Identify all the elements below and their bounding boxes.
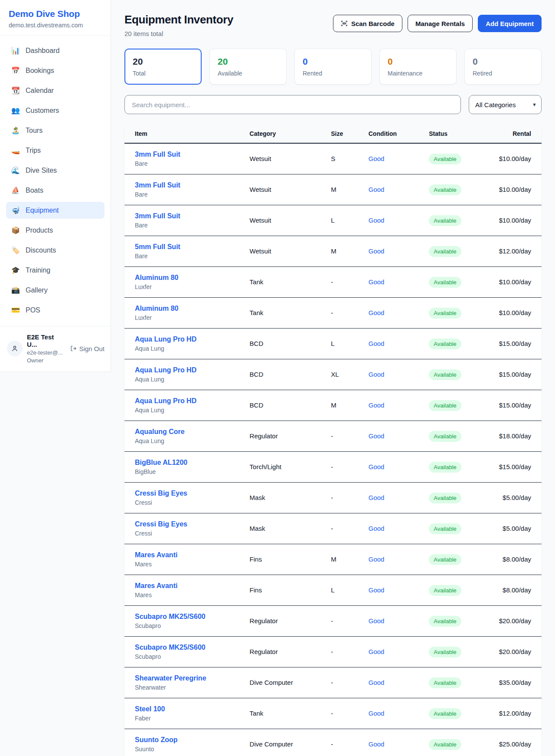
- sidebar-item[interactable]: 📦 Products: [6, 222, 104, 239]
- stat-card[interactable]: 20 Available: [209, 49, 287, 85]
- item-name-link[interactable]: Cressi Big Eyes: [135, 490, 250, 497]
- item-name-link[interactable]: Shearwater Peregrine: [135, 674, 250, 682]
- condition-link[interactable]: Good: [369, 371, 385, 378]
- item-brand: Cressi: [135, 499, 250, 506]
- manage-rentals-button[interactable]: Manage Rentals: [408, 15, 473, 32]
- condition-link[interactable]: Good: [369, 586, 385, 594]
- item-name-link[interactable]: Aqua Lung Pro HD: [135, 366, 250, 374]
- sidebar-item[interactable]: 🌊 Dive Sites: [6, 162, 104, 179]
- condition-link[interactable]: Good: [369, 494, 385, 501]
- size-cell: L: [331, 575, 369, 606]
- sidebar-item[interactable]: 👥 Customers: [6, 102, 104, 119]
- rental-cell: $10.00/day: [492, 267, 542, 298]
- condition-link[interactable]: Good: [369, 278, 385, 286]
- item-name-link[interactable]: Aqua Lung Pro HD: [135, 397, 250, 405]
- condition-link[interactable]: Good: [369, 309, 385, 316]
- item-name-link[interactable]: BigBlue AL1200: [135, 459, 250, 467]
- condition-link[interactable]: Good: [369, 247, 385, 255]
- rental-price: $15.00/day: [499, 340, 531, 347]
- condition-link[interactable]: Good: [369, 463, 385, 470]
- condition-link[interactable]: Good: [369, 217, 385, 224]
- header-actions: Scan Barcode Manage Rentals Add Equipmen…: [333, 15, 542, 32]
- condition-cell: Good: [369, 143, 429, 174]
- size-value: L: [331, 586, 334, 594]
- scan-barcode-button[interactable]: Scan Barcode: [333, 15, 402, 32]
- condition-link[interactable]: Good: [369, 617, 385, 625]
- item-name-link[interactable]: 3mm Full Suit: [135, 151, 250, 158]
- sign-out-button[interactable]: Sign Out: [70, 345, 104, 352]
- item-name-link[interactable]: Scubapro MK25/S600: [135, 644, 250, 651]
- item-name-link[interactable]: Mares Avanti: [135, 582, 250, 590]
- sidebar-item[interactable]: 💳 POS: [6, 302, 104, 319]
- condition-link[interactable]: Good: [369, 525, 385, 532]
- condition-link[interactable]: Good: [369, 710, 385, 717]
- rental-price: $10.00/day: [499, 217, 531, 224]
- rental-price: $15.00/day: [499, 463, 531, 470]
- category-cell: BCD: [250, 329, 331, 359]
- sidebar-item[interactable]: 📊 Dashboard: [6, 42, 104, 59]
- add-equipment-button[interactable]: Add Equipment: [478, 15, 542, 32]
- sidebar-item[interactable]: ⛵ Boats: [6, 182, 104, 199]
- category-value: BCD: [250, 371, 264, 378]
- stat-card[interactable]: 0 Maintenance: [379, 49, 457, 85]
- sidebar-item[interactable]: 📆 Calendar: [6, 82, 104, 99]
- condition-link[interactable]: Good: [369, 155, 385, 162]
- condition-cell: Good: [369, 698, 429, 729]
- condition-link[interactable]: Good: [369, 340, 385, 347]
- item-name-link[interactable]: Mares Avanti: [135, 551, 250, 559]
- item-name-link[interactable]: Cressi Big Eyes: [135, 520, 250, 528]
- sidebar-item[interactable]: 🏷️ Discounts: [6, 242, 104, 259]
- item-name-link[interactable]: 5mm Full Suit: [135, 243, 250, 251]
- size-value: -: [331, 710, 333, 717]
- item-brand: Bare: [135, 191, 250, 198]
- sidebar-item[interactable]: 📸 Gallery: [6, 282, 104, 299]
- item-name-link[interactable]: 3mm Full Suit: [135, 212, 250, 220]
- item-name-link[interactable]: Steel 100: [135, 705, 250, 713]
- condition-link[interactable]: Good: [369, 555, 385, 563]
- condition-link[interactable]: Good: [369, 740, 385, 748]
- sidebar-item[interactable]: 📅 Bookings: [6, 62, 104, 79]
- sidebar-item-label: Training: [26, 266, 50, 274]
- condition-cell: Good: [369, 667, 429, 698]
- condition-link[interactable]: Good: [369, 648, 385, 655]
- sidebar-item[interactable]: 🚤 Trips: [6, 142, 104, 159]
- size-cell: -: [331, 637, 369, 667]
- category-value: Tank: [250, 710, 264, 717]
- stat-card[interactable]: 20 Total: [124, 49, 202, 85]
- condition-link[interactable]: Good: [369, 186, 385, 193]
- item-name-link[interactable]: Aqualung Core: [135, 428, 250, 436]
- sidebar-item[interactable]: 🎓 Training: [6, 262, 104, 279]
- status-cell: Available: [429, 236, 491, 267]
- condition-link[interactable]: Good: [369, 679, 385, 686]
- stat-card[interactable]: 0 Retired: [464, 49, 542, 85]
- item-brand: Luxfer: [135, 314, 250, 321]
- category-filter-select[interactable]: All Categories: [469, 95, 542, 114]
- item-name-link[interactable]: Aluminum 80: [135, 274, 250, 282]
- item-name-link[interactable]: 3mm Full Suit: [135, 181, 250, 189]
- status-badge: Available: [429, 616, 461, 627]
- size-value: L: [331, 217, 334, 224]
- item-name-link[interactable]: Scubapro MK25/S600: [135, 613, 250, 621]
- rental-cell: $10.00/day: [492, 143, 542, 174]
- sidebar-item[interactable]: 🤿 Equipment: [6, 202, 104, 219]
- size-value: L: [331, 340, 334, 347]
- table-row: Scubapro MK25/S600 Scubapro Regulator - …: [124, 606, 542, 637]
- status-cell: Available: [429, 483, 491, 513]
- rental-cell: $15.00/day: [492, 390, 542, 421]
- nav-emoji-icon: 👥: [11, 106, 20, 115]
- stat-card[interactable]: 0 Rented: [294, 49, 372, 85]
- item-name-link[interactable]: Suunto Zoop: [135, 736, 250, 744]
- condition-link[interactable]: Good: [369, 432, 385, 440]
- category-value: Tank: [250, 278, 264, 286]
- search-input[interactable]: [124, 95, 461, 114]
- brand-domain: demo.test.divestreams.com: [9, 22, 102, 29]
- item-name-link[interactable]: Aqua Lung Pro HD: [135, 335, 250, 343]
- condition-link[interactable]: Good: [369, 401, 385, 409]
- table-row: Scubapro MK25/S600 Scubapro Regulator - …: [124, 637, 542, 667]
- condition-cell: Good: [369, 329, 429, 359]
- rental-price: $12.00/day: [499, 710, 531, 717]
- column-header-status: Status: [429, 125, 491, 143]
- item-name-link[interactable]: Aluminum 80: [135, 305, 250, 312]
- condition-cell: Good: [369, 544, 429, 575]
- sidebar-item[interactable]: 🏝️ Tours: [6, 122, 104, 139]
